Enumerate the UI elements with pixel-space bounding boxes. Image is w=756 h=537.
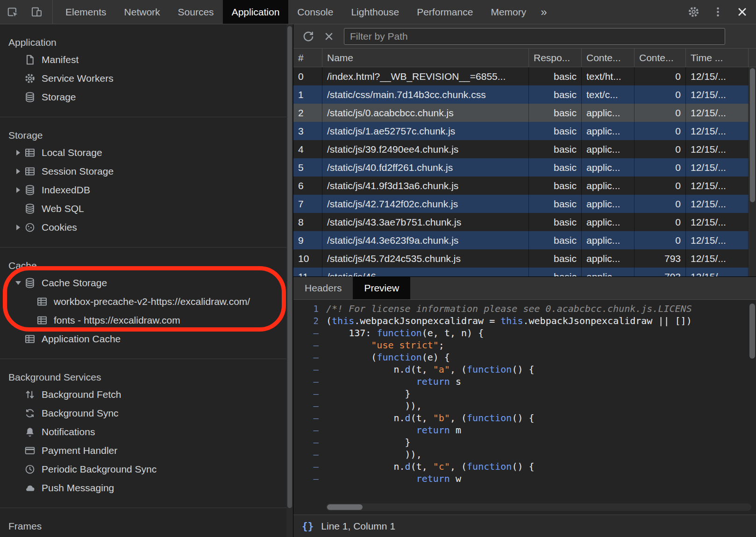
token-plain: , ( — [450, 461, 467, 472]
cell-number: 6 — [293, 177, 322, 195]
sidebar-item-application-cache[interactable]: Application Cache — [0, 330, 293, 348]
code-vertical-scrollbar-thumb[interactable] — [749, 304, 755, 359]
tab-console[interactable]: Console — [288, 0, 342, 24]
token-plain: (e, t, n) { — [422, 327, 484, 339]
preview-tab-headers[interactable]: Headers — [293, 277, 353, 299]
table-row[interactable]: 11/static/js/46...basicapplic...79312/15… — [293, 268, 756, 276]
code-text: "use strict"; — [326, 339, 756, 351]
sidebar-item-cache-storage[interactable]: Cache Storage — [0, 274, 293, 292]
sidebar-item-background-fetch[interactable]: Background Fetch — [0, 385, 293, 404]
sidebar-item-local-storage[interactable]: Local Storage — [0, 143, 293, 162]
more-tabs-button[interactable]: » — [535, 0, 552, 24]
table-scrollbar[interactable] — [749, 67, 756, 276]
table-row[interactable]: 6/static/js/41.9f3d13a6.chunk.jsbasicapp… — [293, 177, 756, 195]
device-toolbar-button[interactable] — [24, 0, 49, 24]
sidebar-item-label: Periodic Background Sync — [42, 464, 157, 475]
sidebar-item-periodic-background-sync[interactable]: Periodic Background Sync — [0, 460, 293, 479]
sidebar-item-label: workbox-precache-v2-https://excalidraw.c… — [54, 296, 250, 307]
preview-tab-preview[interactable]: Preview — [353, 277, 410, 299]
sidebar-item-label: Background Fetch — [42, 389, 121, 400]
tab-memory[interactable]: Memory — [482, 0, 535, 24]
preview-tabs: HeadersPreview — [293, 276, 756, 300]
sidebar-item-fonts-https-excalidraw-com[interactable]: fonts - https://excalidraw.com — [0, 311, 293, 330]
token-plain: .webpackJsonpexcalidraw || []) — [523, 315, 692, 326]
cell-time: 12/15/... — [686, 158, 749, 177]
table-row[interactable]: 5/static/js/40.fd2ff261.chunk.jsbasicapp… — [293, 158, 756, 177]
table-scrollbar-thumb[interactable] — [750, 68, 755, 202]
sidebar-item-workbox-precache-v2-https-excalidraw-com[interactable]: workbox-precache-v2-https://excalidraw.c… — [0, 292, 293, 311]
column-header-0-x[interactable]: # — [293, 49, 322, 67]
tab-performance[interactable]: Performance — [408, 0, 482, 24]
customize-menu-button[interactable] — [706, 0, 730, 24]
pretty-print-icon[interactable]: {} — [302, 521, 314, 532]
tab-lighthouse[interactable]: Lighthouse — [342, 0, 408, 24]
code-text: /*! For license information please see 0… — [326, 303, 756, 315]
table-row[interactable]: 7/static/js/42.7142f02c.chunk.jsbasicapp… — [293, 195, 756, 213]
column-header-2-respo[interactable]: Respo... — [529, 49, 582, 67]
sidebar-item-indexeddb[interactable]: IndexedDB — [0, 181, 293, 199]
sidebar-item-manifest[interactable]: Manifest — [0, 50, 293, 69]
tab-elements[interactable]: Elements — [57, 0, 115, 24]
token-plain: () { — [512, 364, 534, 375]
tab-application[interactable]: Application — [223, 0, 289, 24]
line-number: – — [293, 460, 326, 473]
tab-sources[interactable]: Sources — [169, 0, 223, 24]
sidebar-item-web-sql[interactable]: Web SQL — [0, 199, 293, 218]
sidebar-item-storage[interactable]: Storage — [0, 88, 293, 106]
table-row[interactable]: 3/static/js/1.ae52757c.chunk.jsbasicappl… — [293, 122, 756, 140]
cell-content-length: 793 — [635, 249, 686, 268]
cell-response-type: basic — [529, 231, 582, 249]
table-row[interactable]: 10/static/js/45.7d24c535.chunk.jsbasicap… — [293, 249, 756, 268]
tab-network[interactable]: Network — [115, 0, 169, 24]
column-header-5-time[interactable]: Time ... — [686, 49, 749, 67]
column-header-4-conte[interactable]: Conte... — [635, 49, 686, 67]
delete-x-icon — [323, 30, 335, 42]
table-row[interactable]: 1/static/css/main.7d14b3cc.chunk.cssbasi… — [293, 85, 756, 104]
line-number: – — [293, 400, 326, 412]
code-horizontal-scrollbar[interactable] — [326, 503, 751, 511]
table-icon — [36, 315, 48, 326]
sidebar-item-payment-handler[interactable]: Payment Handler — [0, 441, 293, 460]
close-devtools-button[interactable] — [730, 0, 754, 24]
line-number: – — [293, 327, 326, 339]
expander-right-icon[interactable] — [12, 225, 24, 230]
toolbar-right-controls — [681, 0, 756, 24]
sidebar-item-session-storage[interactable]: Session Storage — [0, 162, 293, 181]
cell-response-type: basic — [529, 122, 582, 140]
token-keyword: function — [467, 412, 512, 424]
bg-fetch-icon — [24, 389, 36, 400]
table-row[interactable]: 0/index.html?__WB_REVISION__=6855...basi… — [293, 67, 756, 85]
table-row[interactable]: 4/static/js/39.f2490ee4.chunk.jsbasicapp… — [293, 140, 756, 158]
token-keyword: this — [500, 315, 523, 326]
sidebar-item-label: Application Cache — [42, 333, 121, 345]
sidebar-section-cache: CacheCache Storageworkbox-precache-v2-ht… — [0, 247, 293, 359]
column-header-1-name[interactable]: Name — [322, 49, 529, 67]
code-text: return s — [326, 375, 756, 388]
filter-by-path-input[interactable] — [344, 28, 725, 45]
delete-selected-button[interactable] — [319, 26, 339, 47]
table-row[interactable]: 8/static/js/43.3ae7b751.chunk.jsbasicapp… — [293, 213, 756, 231]
cell-name: /static/js/43.3ae7b751.chunk.js — [322, 213, 529, 231]
sidebar-item-cookies[interactable]: Cookies — [0, 218, 293, 237]
sidebar-item-notifications[interactable]: Notifications — [0, 423, 293, 441]
expander-right-icon[interactable] — [12, 187, 24, 193]
sidebar-item-service-workers[interactable]: Service Workers — [0, 69, 293, 88]
section-header-cache: Cache — [0, 258, 293, 274]
cell-number: 11 — [293, 268, 322, 276]
expander-right-icon[interactable] — [12, 150, 24, 155]
refresh-button[interactable] — [298, 26, 319, 47]
preview-code-area: 1/*! For license information please see … — [293, 300, 756, 515]
code-horizontal-scrollbar-thumb[interactable] — [327, 504, 363, 510]
sidebar-scrollbar-thumb[interactable] — [287, 26, 292, 508]
column-header-3-conte[interactable]: Conte... — [582, 49, 635, 67]
table-row[interactable]: 2/static/js/0.acabcbcc.chunk.jsbasicappl… — [293, 104, 756, 122]
expander-down-icon[interactable] — [12, 281, 24, 285]
inspect-element-button[interactable] — [0, 0, 24, 24]
sidebar-item-background-sync[interactable]: Background Sync — [0, 404, 293, 423]
table-row[interactable]: 9/static/js/44.3e623f9a.chunk.jsbasicapp… — [293, 231, 756, 249]
expander-right-icon[interactable] — [12, 169, 24, 174]
settings-button[interactable] — [681, 0, 706, 24]
sidebar-scrollbar[interactable] — [286, 24, 293, 537]
sidebar-item-push-messaging[interactable]: Push Messaging — [0, 479, 293, 497]
cell-number: 2 — [293, 104, 322, 122]
